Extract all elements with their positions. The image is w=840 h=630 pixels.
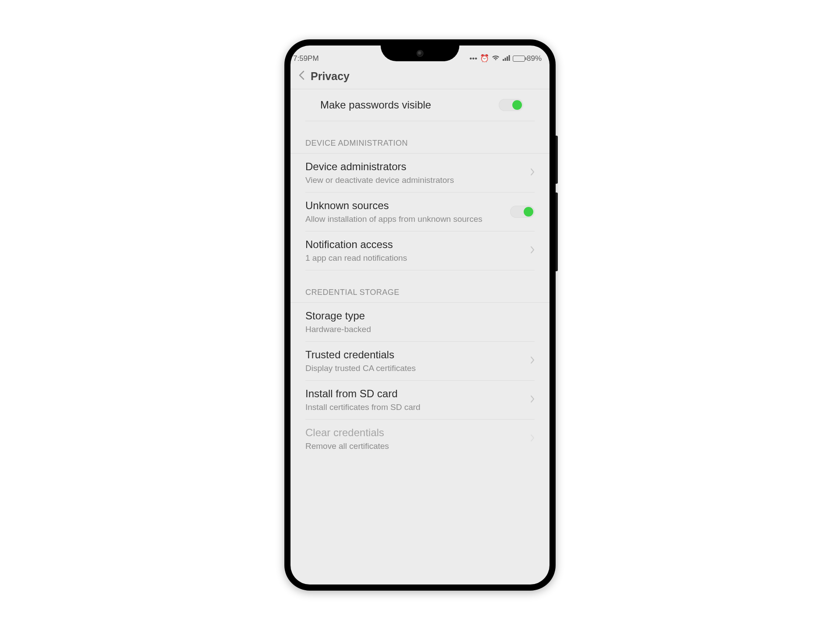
row-install-from-sd[interactable]: Install from SD card Install certificate… [305, 381, 535, 419]
more-icon: ••• [469, 54, 477, 63]
row-subtitle: Install certificates from SD card [305, 402, 420, 412]
row-trusted-credentials[interactable]: Trusted credentials Display trusted CA c… [305, 342, 535, 380]
power-button [556, 192, 558, 271]
row-title: Install from SD card [305, 388, 420, 400]
row-subtitle: Hardware-backed [305, 325, 371, 334]
section-credential-storage: CREDENTIAL STORAGE [290, 270, 550, 303]
status-time: 7:59PM [290, 54, 319, 63]
svg-rect-3 [508, 55, 510, 61]
wifi-icon [492, 54, 500, 63]
notch [381, 46, 459, 61]
row-title: Trusted credentials [305, 349, 416, 361]
row-subtitle: Remove all certificates [305, 441, 389, 451]
svg-rect-1 [504, 58, 506, 61]
chevron-right-icon [530, 433, 535, 444]
row-subtitle: Allow installation of apps from unknown … [305, 214, 482, 224]
row-title: Unknown sources [305, 200, 482, 212]
chevron-right-icon [530, 355, 535, 367]
settings-list[interactable]: Make passwords visible DEVICE ADMINISTRA… [290, 89, 550, 584]
app-header: Privacy [290, 65, 550, 89]
toggle-passwords-visible[interactable] [499, 99, 523, 111]
chevron-right-icon [530, 394, 535, 406]
row-title: Storage type [305, 310, 371, 322]
phone-frame: 7:59PM ••• ⏰ 89% Privacy [284, 39, 556, 591]
row-subtitle: Display trusted CA certificates [305, 364, 416, 373]
chevron-right-icon [530, 245, 535, 256]
row-title: Make passwords visible [320, 99, 431, 111]
row-clear-credentials[interactable]: Clear credentials Remove all certificate… [305, 420, 535, 458]
volume-button [556, 136, 558, 184]
page-title: Privacy [311, 70, 350, 83]
svg-rect-0 [503, 59, 504, 61]
row-storage-type[interactable]: Storage type Hardware-backed [305, 303, 535, 341]
row-title: Device administrators [305, 161, 454, 173]
toggle-unknown-sources[interactable] [510, 206, 535, 218]
row-subtitle: 1 app can read notifications [305, 253, 407, 263]
battery-pct: 89% [527, 54, 542, 63]
row-title: Notification access [305, 238, 407, 251]
row-notification-access[interactable]: Notification access 1 app can read notif… [305, 231, 535, 270]
section-device-administration: DEVICE ADMINISTRATION [290, 121, 550, 154]
alarm-icon: ⏰ [480, 54, 489, 63]
chevron-right-icon [530, 167, 535, 178]
battery-indicator: 89% [513, 54, 542, 63]
svg-rect-2 [507, 56, 508, 61]
screen: 7:59PM ••• ⏰ 89% Privacy [290, 46, 550, 584]
row-title: Clear credentials [305, 427, 389, 439]
row-unknown-sources[interactable]: Unknown sources Allow installation of ap… [305, 192, 535, 231]
row-subtitle: View or deactivate device administrators [305, 175, 454, 185]
row-make-passwords-visible[interactable]: Make passwords visible [305, 89, 535, 121]
status-icons: ••• ⏰ 89% [469, 54, 542, 63]
back-icon[interactable] [298, 70, 304, 83]
signal-icon [502, 54, 510, 63]
row-device-administrators[interactable]: Device administrators View or deactivate… [305, 154, 535, 192]
front-camera [416, 50, 424, 57]
